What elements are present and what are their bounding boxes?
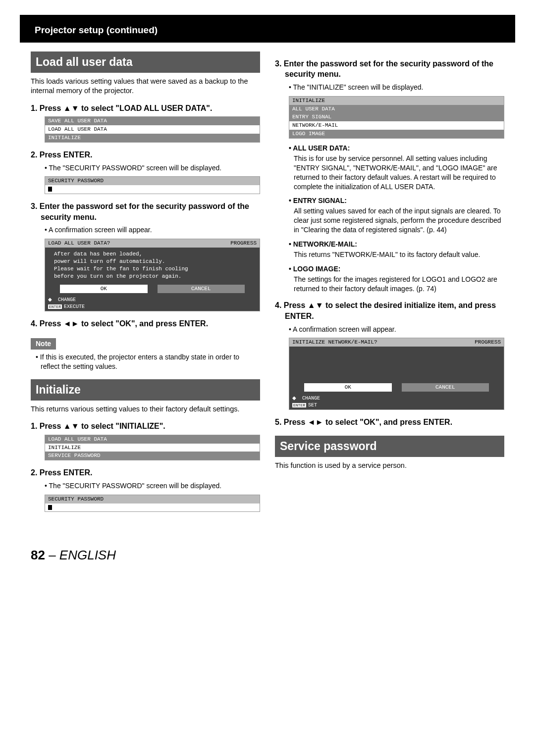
right-column: 3. Enter the password set for the securi…	[275, 51, 504, 517]
dialog-progress: PROGRESS	[230, 240, 257, 247]
osd-confirmation-dialog: LOAD ALL USER DATA? PROGRESS After data …	[45, 239, 260, 311]
language-label: ENGLISH	[59, 548, 116, 562]
dialog-line: After data has been loaded,	[54, 251, 251, 258]
step-3: 3. Enter the password set for the securi…	[31, 201, 260, 222]
osd-initialize-menu: INITIALIZE ALL USER DATA ENTRY SIGNAL NE…	[289, 96, 504, 139]
def-desc: This is for use by service personnel. Al…	[289, 154, 504, 192]
step-1: 1. Press ▲▼ to select "INITIALIZE".	[31, 421, 260, 432]
heading-initialize: Initialize	[31, 379, 260, 401]
step-sub: The "INITIALIZE" screen will be displaye…	[275, 83, 504, 92]
step-sub: The "SECURITY PASSWORD" screen will be d…	[31, 481, 260, 491]
step-2: 2. Press ENTER.	[31, 467, 260, 478]
def-desc: The settings for the images registered f…	[289, 275, 504, 294]
osd-row-selected: LOAD ALL USER DATA	[45, 125, 260, 134]
dialog-footer: ◆ CHANGE ENTEREXECUTE	[45, 295, 260, 311]
ok-button: OK	[304, 383, 392, 392]
def-term: ENTRY SIGNAL:	[289, 196, 504, 205]
enter-key-icon: ENTER	[48, 304, 62, 309]
intro-text: This returns various setting values to t…	[31, 404, 260, 414]
bullet: The "SECURITY PASSWORD" screen will be d…	[45, 163, 260, 173]
osd-row: LOGO IMAGE	[289, 130, 504, 138]
def-term: ALL USER DATA:	[289, 144, 504, 153]
enter-key-icon: ENTER	[292, 403, 306, 407]
osd-security-password: SECURITY PASSWORD	[45, 495, 260, 512]
osd-header: INITIALIZE	[289, 97, 504, 105]
section-title: Projector setup (continued)	[35, 24, 500, 37]
osd-row: LOAD ALL USER DATA	[45, 435, 260, 444]
hint-change: ◆ CHANGE	[48, 296, 257, 303]
step-4: 4. Press ▲▼ to select the desired initia…	[275, 300, 504, 321]
step-1: 1. Press ▲▼ to select "LOAD ALL USER DAT…	[31, 103, 260, 114]
osd-header: SECURITY PASSWORD	[45, 495, 260, 504]
bullet: The "INITIALIZE" screen will be displaye…	[289, 83, 504, 92]
def-term: LOGO IMAGE:	[289, 264, 504, 274]
osd-row: ALL USER DATA	[289, 105, 504, 113]
dialog-body: After data has been loaded, power will t…	[45, 248, 260, 283]
dialog-progress: PROGRESS	[475, 339, 501, 346]
intro-text: This function is used by a service perso…	[275, 461, 504, 471]
step-sub: The "SECURITY PASSWORD" screen will be d…	[31, 163, 260, 173]
osd-row: ENTRY SIGNAL	[289, 113, 504, 121]
osd-confirmation-dialog: INITIALIZE NETWORK/E-MAIL? PROGRESS OK C…	[289, 338, 504, 410]
osd-header: SECURITY PASSWORD	[45, 177, 260, 185]
osd-row-selected: NETWORK/E-MAIL	[289, 121, 504, 130]
intro-text: This loads various setting values that w…	[31, 77, 260, 96]
dialog-title: LOAD ALL USER DATA?	[48, 240, 110, 247]
step-sub: A confirmation screen will appear.	[275, 325, 504, 334]
bullet: A confirmation screen will appear.	[289, 325, 504, 334]
def-desc: This returns "NETWORK/E-MAIL" to its fac…	[289, 250, 504, 259]
def-term: NETWORK/E-MAIL:	[289, 240, 504, 249]
step-5: 5. Press ◄► to select "OK", and press EN…	[275, 417, 504, 428]
osd-input-row	[45, 185, 260, 194]
footer-sep: –	[45, 548, 59, 562]
osd-security-password: SECURITY PASSWORD	[45, 176, 260, 194]
dialog-buttons: OK CANCEL	[45, 285, 260, 293]
left-column: Load all user data This loads various se…	[31, 51, 260, 517]
note-item: If this is executed, the projector enter…	[36, 353, 260, 371]
ok-button: OK	[60, 285, 148, 293]
note-label: Note	[31, 338, 56, 350]
osd-dialog-header: INITIALIZE NETWORK/E-MAIL? PROGRESS	[289, 338, 504, 347]
bullet: The "SECURITY PASSWORD" screen will be d…	[45, 481, 260, 491]
note-list: If this is executed, the projector enter…	[31, 353, 260, 371]
hint-execute: ENTEREXECUTE	[48, 303, 257, 310]
cursor-icon	[48, 505, 52, 510]
page-footer: 82 – ENGLISH	[0, 517, 535, 569]
section-header: Projector setup (continued)	[20, 15, 515, 43]
dialog-line: Please wait for the fan to finish coolin…	[54, 265, 251, 273]
hint-set: ENTERSET	[292, 402, 501, 409]
osd-row: SERVICE PASSWORD	[45, 452, 260, 460]
osd-dialog-header: LOAD ALL USER DATA? PROGRESS	[45, 239, 260, 248]
heading-service-password: Service password	[275, 436, 504, 457]
step-4: 4. Press ◄► to select "OK", and press EN…	[31, 318, 260, 329]
step-2: 2. Press ENTER.	[31, 150, 260, 160]
dialog-footer: ◆ CHANGE ENTERSET	[289, 394, 504, 409]
content-columns: Load all user data This loads various se…	[0, 51, 535, 517]
arrow-icon: ◆	[48, 297, 52, 302]
def-desc: All setting values saved for each of the…	[289, 206, 504, 235]
step-sub: A confirmation screen will appear.	[31, 225, 260, 235]
dialog-line: power will turn off automatically.	[54, 258, 251, 265]
step-3: 3. Enter the password set for the securi…	[275, 58, 504, 80]
cursor-icon	[48, 187, 52, 192]
hint-change: ◆ CHANGE	[292, 395, 501, 402]
dialog-buttons: OK CANCEL	[289, 383, 504, 392]
cancel-button: CANCEL	[158, 285, 245, 293]
osd-row-selected: INITIALIZE	[45, 444, 260, 452]
dialog-line: before you turn on the projector again.	[54, 273, 251, 280]
definitions-list: ALL USER DATA: This is for use by servic…	[275, 144, 504, 293]
osd-input-row	[45, 504, 260, 512]
manual-page: Projector setup (continued) Load all use…	[0, 0, 535, 579]
page-number: 82	[31, 548, 45, 562]
dialog-body	[289, 347, 504, 381]
bullet: A confirmation screen will appear.	[45, 225, 260, 235]
osd-row: SAVE ALL USER DATA	[45, 117, 260, 125]
osd-menu-list: LOAD ALL USER DATA INITIALIZE SERVICE PA…	[45, 435, 260, 461]
dialog-title: INITIALIZE NETWORK/E-MAIL?	[292, 339, 377, 346]
cancel-button: CANCEL	[402, 383, 489, 392]
arrow-icon: ◆	[292, 395, 296, 401]
osd-menu-list: SAVE ALL USER DATA LOAD ALL USER DATA IN…	[45, 116, 260, 143]
heading-load-all-user-data: Load all user data	[31, 51, 260, 73]
osd-row: INITIALIZE	[45, 134, 260, 142]
